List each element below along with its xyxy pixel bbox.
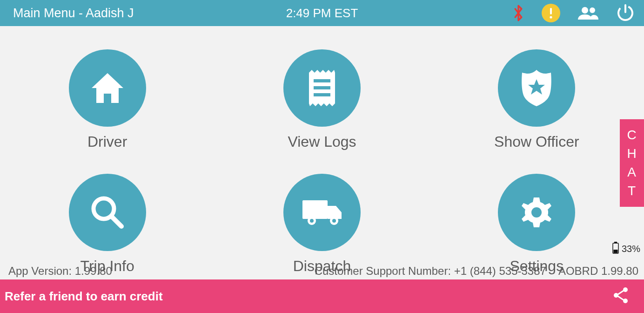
main-menu-grid: Driver View Logs Show Officer: [0, 26, 644, 275]
home-icon: [69, 49, 146, 127]
svg-rect-19: [613, 250, 617, 253]
svg-point-21: [614, 293, 618, 298]
gear-icon: [498, 174, 575, 251]
footer-bar[interactable]: Refer a friend to earn credit: [0, 279, 644, 313]
tile-trip-info[interactable]: Trip Info: [69, 174, 146, 275]
share-icon[interactable]: [611, 286, 630, 306]
battery-status: 33%: [612, 242, 640, 256]
chat-letter: T: [628, 184, 636, 198]
tile-dispatch[interactable]: Dispatch: [283, 174, 361, 275]
svg-rect-6: [314, 79, 330, 82]
tile-settings[interactable]: Settings: [498, 174, 575, 275]
footer-refer-text: Refer a friend to earn credit: [5, 289, 163, 304]
chat-letter: H: [627, 146, 637, 161]
truck-icon: [283, 174, 361, 251]
receipt-icon: [283, 49, 361, 127]
support-number: Customer Support Number: +1 (844) 535-33…: [315, 265, 546, 278]
tile-label-driver: Driver: [87, 133, 127, 150]
tile-label-show-officer: Show Officer: [494, 133, 579, 150]
tile-show-officer[interactable]: Show Officer: [494, 49, 579, 150]
header-time: 2:49 PM EST: [286, 6, 358, 20]
chat-letter: C: [627, 128, 637, 143]
svg-line-10: [112, 217, 121, 226]
svg-point-13: [310, 219, 314, 223]
svg-point-15: [332, 219, 336, 223]
svg-point-16: [531, 207, 542, 218]
svg-line-24: [618, 296, 624, 300]
app-version: App Version: 1.99.80: [8, 265, 112, 278]
tile-label-view-logs: View Logs: [288, 133, 356, 150]
svg-point-20: [623, 287, 628, 292]
people-icon[interactable]: [577, 6, 599, 20]
aobrd-version: AOBRD 1.99.80: [558, 265, 638, 278]
svg-line-23: [618, 291, 624, 294]
tile-view-logs[interactable]: View Logs: [283, 49, 361, 150]
chat-letter: A: [627, 165, 637, 180]
svg-rect-7: [314, 86, 330, 89]
svg-point-1: [550, 16, 552, 18]
bluetooth-icon[interactable]: [512, 5, 525, 21]
alert-icon[interactable]: [542, 4, 560, 22]
battery-icon: [612, 242, 619, 256]
battery-percent: 33%: [622, 244, 640, 254]
info-line: App Version: 1.99.80 Customer Support Nu…: [0, 265, 644, 278]
chat-tab[interactable]: C H A T: [620, 119, 644, 207]
header-icons: [512, 4, 635, 22]
svg-point-3: [590, 7, 595, 13]
tile-driver[interactable]: Driver: [69, 49, 146, 150]
page-title: Main Menu - Aadish J: [13, 6, 134, 20]
svg-rect-11: [302, 200, 328, 219]
svg-point-2: [582, 7, 588, 14]
header-bar: Main Menu - Aadish J 2:49 PM EST: [0, 0, 644, 26]
badge-icon: [498, 49, 575, 127]
svg-rect-0: [550, 8, 552, 14]
power-icon[interactable]: [616, 4, 635, 22]
svg-point-22: [623, 299, 628, 303]
svg-rect-8: [314, 93, 330, 96]
search-icon: [69, 174, 146, 251]
